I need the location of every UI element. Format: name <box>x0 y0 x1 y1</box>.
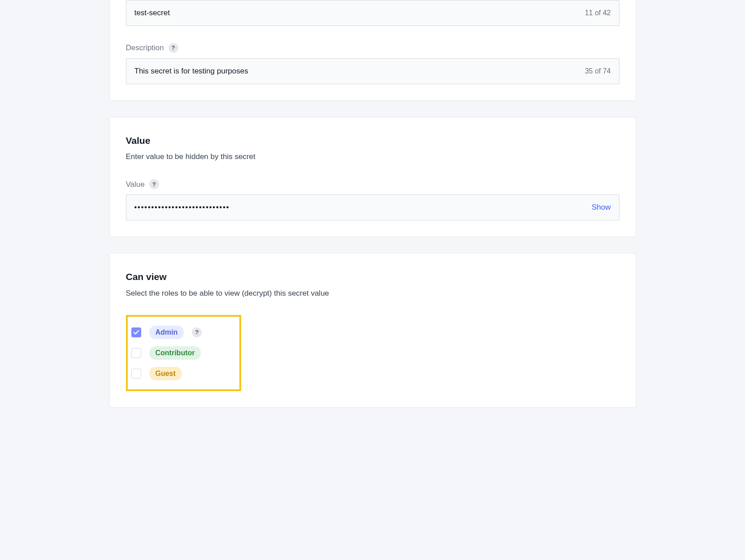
value-card: Value Enter value to be hidden by this s… <box>109 117 636 237</box>
show-value-button[interactable]: Show <box>592 203 611 212</box>
name-description-card: 11 of 42 Description ? 35 of 74 <box>109 0 636 101</box>
role-checkbox-guest[interactable] <box>131 369 141 379</box>
can-view-title: Can view <box>126 270 619 284</box>
description-input-box[interactable]: 35 of 74 <box>126 58 619 84</box>
role-checkbox-admin[interactable] <box>131 327 141 337</box>
role-pill-admin: Admin <box>149 326 184 339</box>
help-icon[interactable]: ? <box>169 43 178 53</box>
roles-highlight-box: Admin ? Contributor Guest <box>126 315 242 391</box>
value-input-box[interactable]: •••••••••••••••••••••••••••• Show <box>126 194 619 220</box>
help-icon[interactable]: ? <box>149 179 159 189</box>
name-input[interactable] <box>134 9 580 17</box>
check-icon <box>133 329 139 336</box>
description-input[interactable] <box>134 67 580 76</box>
role-row-guest: Guest <box>131 363 202 384</box>
value-section-subtitle: Enter value to be hidden by this secret <box>126 151 619 163</box>
description-label: Description <box>126 42 164 54</box>
can-view-card: Can view Select the roles to be able to … <box>109 253 636 408</box>
name-input-box[interactable]: 11 of 42 <box>126 0 619 26</box>
value-label: Value <box>126 179 145 190</box>
value-section-title: Value <box>126 134 619 148</box>
role-checkbox-contributor[interactable] <box>131 348 141 358</box>
value-label-row: Value ? <box>126 179 619 190</box>
description-char-counter: 35 of 74 <box>585 66 611 77</box>
description-label-row: Description ? <box>126 42 619 54</box>
role-pill-guest: Guest <box>149 367 182 380</box>
name-char-counter: 11 of 42 <box>585 8 611 18</box>
can-view-subtitle: Select the roles to be able to view (dec… <box>126 288 619 299</box>
help-icon[interactable]: ? <box>192 327 202 337</box>
role-row-admin: Admin ? <box>131 322 202 343</box>
value-masked-text: •••••••••••••••••••••••••••• <box>134 202 230 213</box>
role-row-contributor: Contributor <box>131 343 202 363</box>
role-pill-contributor: Contributor <box>149 346 201 360</box>
